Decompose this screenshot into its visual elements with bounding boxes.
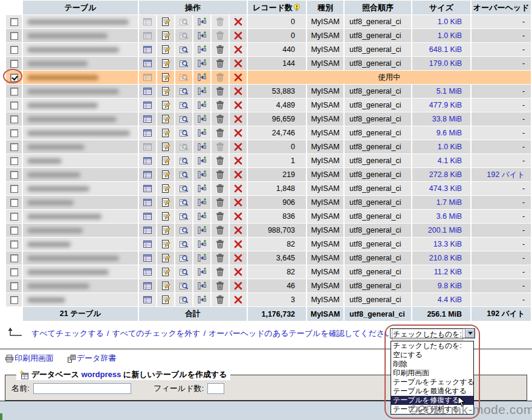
insert-action[interactable] [193,237,210,251]
table-name-redacted[interactable] [27,228,83,233]
dropdown-option[interactable]: テーブルを分析する [391,405,473,414]
drop-action[interactable] [230,237,247,251]
table-name-redacted[interactable] [27,144,85,150]
table-name-cell[interactable] [23,293,138,306]
checkbox-cell[interactable] [6,210,22,223]
empty-action[interactable] [212,29,229,42]
browse-action[interactable] [139,140,156,153]
insert-action[interactable] [193,251,210,265]
structure-action[interactable] [157,224,174,237]
empty-action[interactable] [212,182,229,195]
empty-action[interactable] [212,251,229,265]
browse-action[interactable] [139,182,156,195]
table-name-redacted[interactable] [27,89,119,94]
insert-action[interactable] [193,57,210,70]
check-all-link-1[interactable]: すべてのチェックを外す [112,329,200,338]
table-name-redacted[interactable] [27,283,89,289]
browse-action[interactable] [139,154,156,167]
checkbox-cell[interactable] [6,126,22,140]
drop-action[interactable] [230,43,247,56]
browse-action[interactable] [139,71,156,84]
drop-action[interactable] [230,210,247,223]
table-name-cell[interactable] [23,140,138,153]
table-name-redacted[interactable] [27,131,130,136]
insert-action[interactable] [193,224,210,237]
checkbox-cell[interactable] [6,112,22,126]
table-name-cell[interactable] [23,71,138,84]
structure-action[interactable] [157,112,174,126]
table-name-cell[interactable] [23,279,138,292]
empty-action[interactable] [212,43,229,56]
row-checkbox[interactable] [10,74,18,82]
row-checkbox[interactable] [10,296,18,304]
browse-action[interactable] [139,224,156,237]
insert-action[interactable] [193,293,210,306]
drop-action[interactable] [230,71,247,84]
browse-action[interactable] [139,29,156,42]
insert-action[interactable] [193,265,210,279]
checkbox-cell[interactable] [6,85,22,98]
table-name-redacted[interactable] [27,33,108,39]
dropdown-option[interactable]: 削除 [391,360,473,369]
search-action[interactable] [175,154,192,167]
dropdown-option[interactable]: 空にする [391,351,473,360]
checkbox-cell[interactable] [6,182,22,195]
table-name-cell[interactable] [23,29,138,42]
search-action[interactable] [175,279,192,292]
checkbox-cell[interactable] [6,99,22,112]
checkbox-cell[interactable] [6,251,22,265]
table-name-cell[interactable] [23,237,138,251]
structure-action[interactable] [157,237,174,251]
drop-action[interactable] [230,29,247,42]
row-checkbox[interactable] [10,241,18,248]
empty-action[interactable] [212,99,229,112]
check-all-link-0[interactable]: すべてチェックする [31,329,104,338]
check-all-link-2[interactable]: オーバーヘッドのあるテーブルを確認してください [209,329,392,338]
search-action[interactable] [175,251,192,265]
insert-action[interactable] [193,182,210,195]
insert-action[interactable] [193,168,210,181]
search-action[interactable] [175,71,192,84]
browse-action[interactable] [139,196,156,209]
table-name-input[interactable] [33,383,131,394]
table-name-cell[interactable] [23,126,138,140]
checkbox-cell[interactable] [6,43,22,56]
row-checkbox[interactable] [10,18,18,26]
table-name-cell[interactable] [23,196,138,209]
drop-action[interactable] [230,126,247,140]
checkbox-cell[interactable] [6,15,22,28]
empty-action[interactable] [212,85,229,98]
empty-action[interactable] [212,168,229,181]
browse-action[interactable] [139,265,156,279]
row-checkbox[interactable] [10,129,18,137]
table-name-redacted[interactable] [27,214,102,219]
table-name-redacted[interactable] [27,270,109,275]
checkbox-cell[interactable] [6,168,22,181]
checkbox-cell[interactable] [6,196,22,209]
drop-action[interactable] [230,196,247,209]
structure-action[interactable] [157,196,174,209]
structure-action[interactable] [157,210,174,223]
checkbox-cell[interactable] [6,154,22,167]
search-action[interactable] [175,293,192,306]
table-name-redacted[interactable] [27,75,99,80]
row-checkbox[interactable] [10,88,18,95]
drop-action[interactable] [230,15,247,28]
search-action[interactable] [175,112,192,126]
insert-action[interactable] [193,85,210,98]
drop-action[interactable] [230,154,247,167]
row-checkbox[interactable] [10,213,18,221]
structure-action[interactable] [157,15,174,28]
insert-action[interactable] [193,29,210,42]
dropdown-option[interactable]: チェックしたものを: [391,341,473,351]
search-action[interactable] [175,265,192,279]
search-action[interactable] [175,85,192,98]
search-action[interactable] [175,43,192,56]
table-name-cell[interactable] [23,265,138,279]
table-name-redacted[interactable] [27,242,71,247]
table-name-cell[interactable] [23,57,138,70]
drop-action[interactable] [230,251,247,265]
insert-action[interactable] [193,99,210,112]
empty-action[interactable] [212,196,229,209]
checkbox-cell[interactable] [6,224,22,237]
